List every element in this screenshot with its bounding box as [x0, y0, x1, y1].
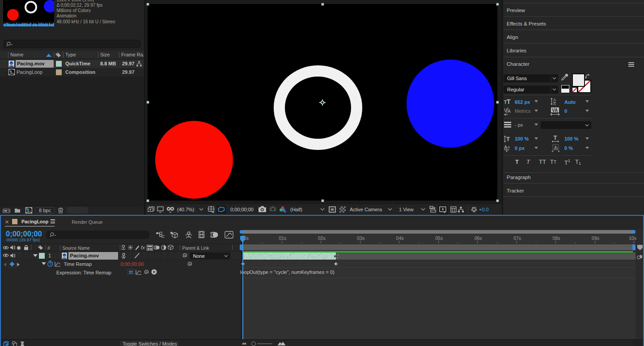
- svg-text:A: A: [504, 145, 508, 150]
- svg-text:A: A: [508, 109, 511, 114]
- svg-text:a: a: [508, 145, 510, 149]
- svg-text:T: T: [507, 98, 511, 104]
- svg-text:T: T: [506, 136, 510, 142]
- svg-text:あ: あ: [554, 145, 559, 150]
- svg-text:T: T: [554, 135, 557, 141]
